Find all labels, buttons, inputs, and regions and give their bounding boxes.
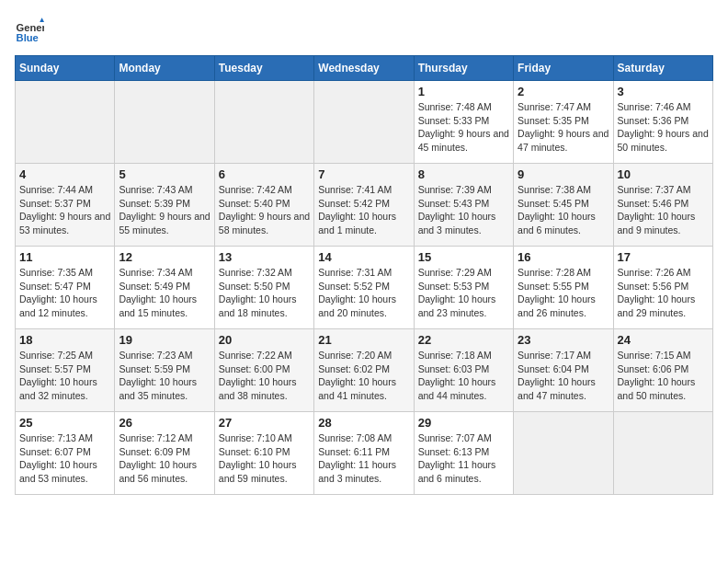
day-info: Sunrise: 7:20 AM Sunset: 6:02 PM Dayligh…	[318, 349, 409, 403]
calendar-week-row: 18Sunrise: 7:25 AM Sunset: 5:57 PM Dayli…	[16, 329, 713, 412]
calendar-cell: 11Sunrise: 7:35 AM Sunset: 5:47 PM Dayli…	[16, 247, 115, 329]
day-info: Sunrise: 7:32 AM Sunset: 5:50 PM Dayligh…	[219, 266, 310, 320]
calendar-cell: 6Sunrise: 7:42 AM Sunset: 5:40 PM Daylig…	[214, 164, 313, 247]
calendar-cell: 16Sunrise: 7:28 AM Sunset: 5:55 PM Dayli…	[514, 247, 613, 329]
day-number: 27	[219, 416, 310, 430]
weekday-header: Wednesday	[314, 56, 414, 81]
day-info: Sunrise: 7:26 AM Sunset: 5:56 PM Dayligh…	[618, 266, 709, 320]
calendar-cell: 13Sunrise: 7:32 AM Sunset: 5:50 PM Dayli…	[214, 247, 313, 329]
calendar-cell: 24Sunrise: 7:15 AM Sunset: 6:06 PM Dayli…	[613, 329, 712, 412]
calendar-cell: 21Sunrise: 7:20 AM Sunset: 6:02 PM Dayli…	[314, 329, 414, 412]
day-number: 22	[418, 333, 509, 347]
day-info: Sunrise: 7:28 AM Sunset: 5:55 PM Dayligh…	[518, 266, 609, 320]
day-info: Sunrise: 7:15 AM Sunset: 6:06 PM Dayligh…	[618, 349, 709, 403]
day-info: Sunrise: 7:48 AM Sunset: 5:33 PM Dayligh…	[418, 100, 509, 155]
calendar-cell	[214, 81, 313, 164]
day-info: Sunrise: 7:46 AM Sunset: 5:36 PM Dayligh…	[618, 100, 709, 155]
day-info: Sunrise: 7:47 AM Sunset: 5:35 PM Dayligh…	[518, 100, 609, 155]
calendar-week-row: 25Sunrise: 7:13 AM Sunset: 6:07 PM Dayli…	[16, 412, 713, 495]
svg-marker-2	[40, 17, 44, 22]
day-info: Sunrise: 7:41 AM Sunset: 5:42 PM Dayligh…	[318, 183, 409, 237]
day-number: 15	[418, 250, 509, 264]
day-number: 25	[19, 416, 110, 430]
day-number: 17	[618, 250, 709, 264]
weekday-header: Sunday	[16, 56, 115, 81]
day-info: Sunrise: 7:29 AM Sunset: 5:53 PM Dayligh…	[418, 266, 509, 320]
calendar-week-row: 4Sunrise: 7:44 AM Sunset: 5:37 PM Daylig…	[16, 164, 713, 247]
day-info: Sunrise: 7:18 AM Sunset: 6:03 PM Dayligh…	[418, 349, 509, 403]
calendar-cell: 4Sunrise: 7:44 AM Sunset: 5:37 PM Daylig…	[16, 164, 115, 247]
calendar-cell: 19Sunrise: 7:23 AM Sunset: 5:59 PM Dayli…	[115, 329, 214, 412]
day-number: 1	[418, 85, 509, 98]
calendar-cell: 5Sunrise: 7:43 AM Sunset: 5:39 PM Daylig…	[115, 164, 214, 247]
calendar-cell: 12Sunrise: 7:34 AM Sunset: 5:49 PM Dayli…	[115, 247, 214, 329]
day-info: Sunrise: 7:07 AM Sunset: 6:13 PM Dayligh…	[418, 431, 509, 486]
day-number: 26	[119, 416, 210, 430]
day-number: 20	[219, 333, 310, 347]
day-info: Sunrise: 7:37 AM Sunset: 5:46 PM Dayligh…	[618, 183, 709, 237]
calendar-cell: 29Sunrise: 7:07 AM Sunset: 6:13 PM Dayli…	[414, 412, 513, 495]
day-info: Sunrise: 7:13 AM Sunset: 6:07 PM Dayligh…	[19, 431, 110, 486]
day-info: Sunrise: 7:35 AM Sunset: 5:47 PM Dayligh…	[19, 266, 110, 320]
day-info: Sunrise: 7:23 AM Sunset: 5:59 PM Dayligh…	[119, 349, 210, 403]
logo-icon: General Blue	[15, 15, 44, 44]
day-info: Sunrise: 7:10 AM Sunset: 6:10 PM Dayligh…	[219, 431, 310, 486]
day-info: Sunrise: 7:44 AM Sunset: 5:37 PM Dayligh…	[19, 183, 110, 237]
logo: General Blue	[15, 15, 48, 44]
day-number: 3	[618, 85, 709, 98]
calendar-cell	[115, 81, 214, 164]
day-number: 18	[19, 333, 110, 347]
day-number: 28	[318, 416, 409, 430]
calendar-table: SundayMondayTuesdayWednesdayThursdayFrid…	[15, 55, 713, 495]
weekday-header: Saturday	[613, 56, 712, 81]
day-number: 8	[418, 167, 509, 181]
calendar-cell: 14Sunrise: 7:31 AM Sunset: 5:52 PM Dayli…	[314, 247, 414, 329]
calendar-cell: 17Sunrise: 7:26 AM Sunset: 5:56 PM Dayli…	[613, 247, 712, 329]
page-header: General Blue	[15, 15, 713, 44]
calendar-cell: 27Sunrise: 7:10 AM Sunset: 6:10 PM Dayli…	[214, 412, 313, 495]
day-info: Sunrise: 7:43 AM Sunset: 5:39 PM Dayligh…	[119, 183, 210, 237]
day-number: 10	[618, 167, 709, 181]
day-number: 9	[518, 167, 609, 181]
day-number: 2	[518, 85, 609, 98]
day-info: Sunrise: 7:25 AM Sunset: 5:57 PM Dayligh…	[19, 349, 110, 403]
calendar-cell: 18Sunrise: 7:25 AM Sunset: 5:57 PM Dayli…	[16, 329, 115, 412]
calendar-header-row: SundayMondayTuesdayWednesdayThursdayFrid…	[16, 56, 713, 81]
calendar-cell: 1Sunrise: 7:48 AM Sunset: 5:33 PM Daylig…	[414, 81, 513, 164]
day-number: 5	[119, 167, 210, 181]
calendar-week-row: 11Sunrise: 7:35 AM Sunset: 5:47 PM Dayli…	[16, 247, 713, 329]
calendar-week-row: 1Sunrise: 7:48 AM Sunset: 5:33 PM Daylig…	[16, 81, 713, 164]
calendar-cell: 22Sunrise: 7:18 AM Sunset: 6:03 PM Dayli…	[414, 329, 513, 412]
calendar-cell	[16, 81, 115, 164]
calendar-cell	[314, 81, 414, 164]
day-info: Sunrise: 7:38 AM Sunset: 5:45 PM Dayligh…	[518, 183, 609, 237]
calendar-cell: 20Sunrise: 7:22 AM Sunset: 6:00 PM Dayli…	[214, 329, 313, 412]
day-number: 12	[119, 250, 210, 264]
calendar-cell: 8Sunrise: 7:39 AM Sunset: 5:43 PM Daylig…	[414, 164, 513, 247]
calendar-cell	[514, 412, 613, 495]
day-info: Sunrise: 7:42 AM Sunset: 5:40 PM Dayligh…	[219, 183, 310, 237]
day-info: Sunrise: 7:22 AM Sunset: 6:00 PM Dayligh…	[219, 349, 310, 403]
calendar-cell	[613, 412, 712, 495]
day-info: Sunrise: 7:39 AM Sunset: 5:43 PM Dayligh…	[418, 183, 509, 237]
calendar-cell: 23Sunrise: 7:17 AM Sunset: 6:04 PM Dayli…	[514, 329, 613, 412]
calendar-cell: 15Sunrise: 7:29 AM Sunset: 5:53 PM Dayli…	[414, 247, 513, 329]
day-number: 6	[219, 167, 310, 181]
day-number: 11	[19, 250, 110, 264]
day-info: Sunrise: 7:34 AM Sunset: 5:49 PM Dayligh…	[119, 266, 210, 320]
day-number: 21	[318, 333, 409, 347]
day-number: 29	[418, 416, 509, 430]
day-number: 16	[518, 250, 609, 264]
weekday-header: Monday	[115, 56, 214, 81]
calendar-cell: 9Sunrise: 7:38 AM Sunset: 5:45 PM Daylig…	[514, 164, 613, 247]
day-number: 13	[219, 250, 310, 264]
day-number: 23	[518, 333, 609, 347]
weekday-header: Thursday	[414, 56, 513, 81]
weekday-header: Tuesday	[214, 56, 313, 81]
calendar-cell: 26Sunrise: 7:12 AM Sunset: 6:09 PM Dayli…	[115, 412, 214, 495]
day-info: Sunrise: 7:12 AM Sunset: 6:09 PM Dayligh…	[119, 431, 210, 486]
svg-text:Blue: Blue	[17, 32, 39, 43]
calendar-cell: 25Sunrise: 7:13 AM Sunset: 6:07 PM Dayli…	[16, 412, 115, 495]
calendar-cell: 10Sunrise: 7:37 AM Sunset: 5:46 PM Dayli…	[613, 164, 712, 247]
day-info: Sunrise: 7:08 AM Sunset: 6:11 PM Dayligh…	[318, 431, 409, 486]
